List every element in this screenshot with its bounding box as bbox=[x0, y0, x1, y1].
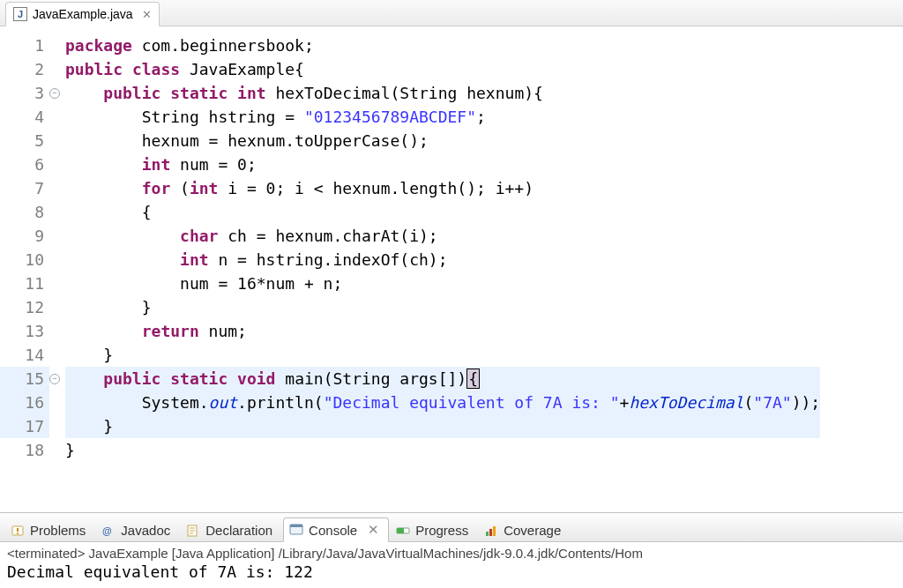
line-number: 10 bbox=[0, 248, 49, 272]
line-number: 8 bbox=[0, 200, 49, 224]
cursor: { bbox=[466, 368, 480, 389]
views-tab-bar: Problems@JavadocDeclarationConsole✕Progr… bbox=[0, 512, 903, 542]
code-line[interactable]: for (int i = 0; i < hexnum.length(); i++… bbox=[65, 176, 820, 200]
code-line[interactable]: { bbox=[65, 200, 820, 224]
tab-label: Coverage bbox=[504, 523, 561, 538]
console-icon bbox=[289, 523, 303, 537]
code-line[interactable]: public static int hexToDecimal(String he… bbox=[65, 81, 820, 105]
code-line[interactable]: num = 16*num + n; bbox=[65, 272, 820, 295]
code-line[interactable]: int n = hstring.indexOf(ch); bbox=[65, 248, 820, 272]
line-number: 12 bbox=[0, 295, 49, 319]
code-editor[interactable]: 123−456789101112131415−161718 package co… bbox=[0, 26, 903, 512]
declaration-icon bbox=[186, 524, 200, 538]
svg-rect-5 bbox=[290, 525, 302, 527]
fold-toggle-icon[interactable]: − bbox=[49, 374, 60, 384]
code-line[interactable]: } bbox=[65, 343, 820, 367]
line-number: 4 bbox=[0, 105, 49, 129]
line-number: 11 bbox=[0, 272, 49, 295]
tab-declaration[interactable]: Declaration bbox=[181, 519, 281, 541]
tab-label: Javadoc bbox=[121, 523, 170, 538]
line-number-gutter: 123−456789101112131415−161718 bbox=[0, 26, 49, 512]
code-line[interactable]: } bbox=[65, 438, 820, 462]
line-number: 2 bbox=[0, 57, 49, 81]
code-line[interactable]: System.out.println("Decimal equivalent o… bbox=[65, 391, 820, 414]
progress-icon bbox=[396, 524, 410, 538]
fold-toggle-icon[interactable]: − bbox=[49, 88, 60, 99]
line-number: 3− bbox=[0, 81, 49, 105]
code-line[interactable]: } bbox=[65, 414, 820, 438]
coverage-icon bbox=[484, 524, 498, 538]
line-number: 13 bbox=[0, 319, 49, 343]
tab-label: Console bbox=[309, 523, 357, 538]
console-output-line: Decimal equivalent of 7A is: 122 bbox=[7, 562, 896, 581]
tab-progress[interactable]: Progress bbox=[391, 519, 477, 541]
tab-console[interactable]: Console✕ bbox=[283, 517, 389, 542]
line-number: 15− bbox=[0, 367, 49, 391]
svg-rect-9 bbox=[489, 529, 492, 536]
svg-rect-8 bbox=[486, 532, 489, 536]
tab-label: Progress bbox=[415, 523, 468, 538]
close-icon[interactable]: ✕ bbox=[138, 8, 152, 21]
java-file-icon: J bbox=[13, 7, 27, 21]
code-line[interactable]: public class JavaExample{ bbox=[65, 57, 820, 81]
line-number: 17 bbox=[0, 414, 49, 438]
editor-tab-filename: JavaExample.java bbox=[33, 7, 133, 21]
line-number: 5 bbox=[0, 129, 49, 153]
code-line[interactable]: char ch = hexnum.charAt(i); bbox=[65, 224, 820, 248]
code-area[interactable]: package com.beginnersbook;public class J… bbox=[49, 26, 820, 512]
svg-rect-10 bbox=[493, 526, 496, 536]
code-line[interactable]: public static void main(String args[]){ bbox=[65, 367, 820, 391]
svg-text:@: @ bbox=[102, 525, 112, 536]
svg-point-1 bbox=[17, 532, 19, 534]
code-line[interactable]: return num; bbox=[65, 319, 820, 343]
tab-coverage[interactable]: Coverage bbox=[479, 519, 570, 541]
svg-rect-7 bbox=[397, 528, 404, 533]
line-number: 9 bbox=[0, 224, 49, 248]
console-status-line: <terminated> JavaExample [Java Applicati… bbox=[7, 546, 896, 561]
code-line[interactable]: int num = 0; bbox=[65, 153, 820, 176]
console-panel: <terminated> JavaExample [Java Applicati… bbox=[0, 542, 903, 588]
line-number: 6 bbox=[0, 153, 49, 176]
line-number: 18 bbox=[0, 438, 49, 462]
editor-tab-active[interactable]: J JavaExample.java ✕ bbox=[5, 2, 160, 26]
code-line[interactable]: package com.beginnersbook; bbox=[65, 33, 820, 57]
line-number: 1 bbox=[0, 33, 49, 57]
close-icon[interactable]: ✕ bbox=[362, 522, 379, 538]
tab-label: Problems bbox=[30, 523, 86, 538]
editor-tab-bar: J JavaExample.java ✕ bbox=[0, 0, 903, 26]
tab-javadoc[interactable]: @Javadoc bbox=[96, 519, 179, 541]
line-number: 16 bbox=[0, 391, 49, 414]
code-line[interactable]: String hstring = "0123456789ABCDEF"; bbox=[65, 105, 820, 129]
line-number: 7 bbox=[0, 176, 49, 200]
tab-label: Declaration bbox=[205, 523, 272, 538]
tab-problems[interactable]: Problems bbox=[5, 519, 94, 541]
line-number: 14 bbox=[0, 343, 49, 367]
problems-icon bbox=[11, 524, 25, 538]
code-line[interactable]: hexnum = hexnum.toUpperCase(); bbox=[65, 129, 820, 153]
javadoc-icon: @ bbox=[101, 524, 116, 538]
code-line[interactable]: } bbox=[65, 295, 820, 319]
